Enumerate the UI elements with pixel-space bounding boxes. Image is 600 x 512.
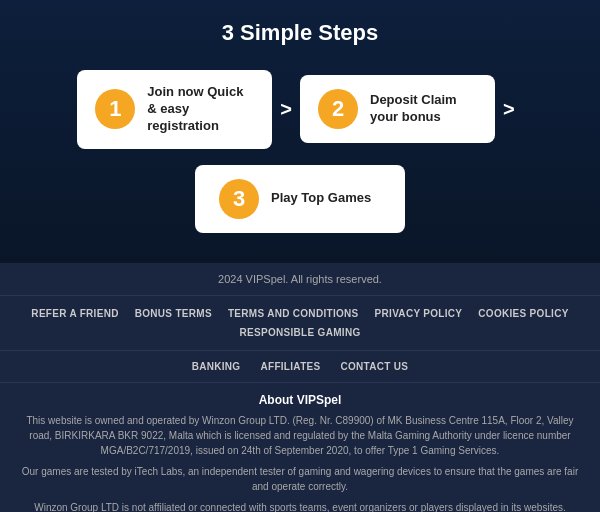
footer-nav-affiliates[interactable]: AFFILIATES — [250, 357, 330, 376]
step-1-text: Join now Quick & easy registration — [147, 84, 254, 135]
about-text-2: Our games are tested by iTech Labs, an i… — [20, 464, 580, 494]
steps-row-1-2: 1 Join now Quick & easy registration > 2… — [20, 70, 580, 149]
arrow-2: > — [503, 98, 515, 121]
step-2-card: 2 Deposit Claim your bonus — [300, 75, 495, 143]
top-section: 3 Simple Steps 1 Join now Quick & easy r… — [0, 0, 600, 263]
step-2-number: 2 — [318, 89, 358, 129]
footer-nav-cookies[interactable]: COOKIES POLICY — [470, 304, 576, 323]
footer-nav-privacy[interactable]: PRIVACY POLICY — [367, 304, 471, 323]
arrow-1: > — [280, 98, 292, 121]
footer-nav-contact[interactable]: CONTACT US — [330, 357, 418, 376]
step-2-text: Deposit Claim your bonus — [370, 92, 477, 126]
step-3-text: Play Top Games — [271, 190, 371, 207]
about-title: About VIPSpel — [20, 393, 580, 407]
about-text-1: This website is owned and operated by Wi… — [20, 413, 580, 458]
step-3-card: 3 Play Top Games — [195, 165, 405, 233]
footer-copyright: 2024 VIPSpel. All rights reserved. — [0, 263, 600, 296]
step-3-number: 3 — [219, 179, 259, 219]
footer-nav-primary: REFER A FRIEND BONUS TERMS TERMS AND CON… — [0, 296, 600, 351]
page-title: 3 Simple Steps — [20, 20, 580, 46]
footer-nav-secondary: BANKING AFFILIATES CONTACT US — [0, 351, 600, 383]
about-section: About VIPSpel This website is owned and … — [0, 383, 600, 512]
step-3-row: 3 Play Top Games — [20, 165, 580, 233]
footer-nav-responsible[interactable]: RESPONSIBLE GAMING — [232, 323, 369, 342]
footer: 2024 VIPSpel. All rights reserved. REFER… — [0, 263, 600, 512]
step-1-number: 1 — [95, 89, 135, 129]
footer-nav-terms[interactable]: TERMS AND CONDITIONS — [220, 304, 367, 323]
step-1-card: 1 Join now Quick & easy registration — [77, 70, 272, 149]
footer-nav-refer[interactable]: REFER A FRIEND — [23, 304, 126, 323]
about-text-3: Winzon Group LTD is not affiliated or co… — [20, 500, 580, 512]
footer-nav-banking[interactable]: BANKING — [182, 357, 251, 376]
footer-nav-bonus[interactable]: BONUS TERMS — [127, 304, 220, 323]
